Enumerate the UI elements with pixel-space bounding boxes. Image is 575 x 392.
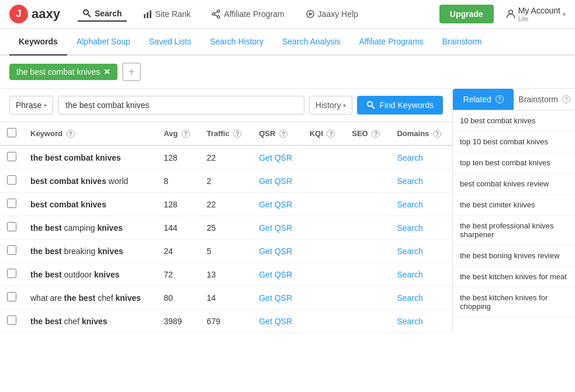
- qsr-cell: Get QSR: [252, 240, 302, 263]
- get-qsr-link[interactable]: Get QSR: [259, 200, 292, 209]
- row-checkbox[interactable]: [7, 222, 16, 231]
- related-item[interactable]: the best professional knives sharpener: [453, 216, 575, 245]
- qsr-info-icon[interactable]: ?: [279, 130, 288, 138]
- tab-related[interactable]: Related ?: [453, 89, 514, 110]
- find-keywords-button[interactable]: Find Keywords: [357, 96, 443, 115]
- seo-info-icon[interactable]: ?: [372, 130, 380, 138]
- table-row: the best outdoor knives7213Get QSRSearch: [0, 263, 452, 286]
- logo[interactable]: J aaxy: [9, 5, 60, 23]
- table-row: the best combat knives12822Get QSRSearch: [0, 145, 452, 169]
- get-qsr-link[interactable]: Get QSR: [259, 293, 292, 303]
- row-checkbox[interactable]: [7, 292, 16, 301]
- add-tag-button[interactable]: +: [122, 63, 141, 81]
- row-checkbox[interactable]: [7, 199, 16, 208]
- traffic-cell: 22: [200, 145, 252, 169]
- keyword-cell: the best breaking knives: [23, 240, 157, 263]
- subnav-keywords[interactable]: Keywords: [9, 29, 67, 55]
- tab-brainstorm[interactable]: Brainstorm ?: [514, 89, 575, 110]
- svg-point-5: [217, 10, 220, 12]
- related-info-icon[interactable]: ?: [496, 95, 504, 103]
- get-qsr-link[interactable]: Get QSR: [259, 223, 292, 233]
- select-all-checkbox[interactable]: [7, 128, 16, 137]
- domains-cell: Search: [390, 240, 452, 263]
- related-item[interactable]: top 10 best combat knives: [453, 131, 575, 152]
- subnav-alphabet-soup[interactable]: Alphabet Soup: [67, 29, 140, 55]
- search-domain-link[interactable]: Search: [397, 247, 422, 256]
- subnav-saved-lists[interactable]: Saved Lists: [140, 29, 200, 55]
- my-account[interactable]: My Account Lite ▾: [505, 6, 566, 22]
- traffic-info-icon[interactable]: ?: [233, 130, 241, 138]
- search-domain-link[interactable]: Search: [397, 153, 422, 162]
- subnav-search-analysis[interactable]: Search Analysis: [273, 29, 350, 55]
- row-checkbox[interactable]: [7, 315, 16, 325]
- domains-info-icon[interactable]: ?: [433, 130, 441, 138]
- domains-cell: Search: [390, 310, 452, 333]
- row-checkbox[interactable]: [7, 175, 16, 185]
- subnav-search-history[interactable]: Search History: [200, 29, 273, 55]
- subnav-affiliate-programs[interactable]: Affiliate Programs: [350, 29, 433, 55]
- row-checkbox[interactable]: [7, 152, 16, 161]
- keyword-cell: best combat knives world: [23, 169, 157, 193]
- keyword-cell: the best chef knives: [23, 310, 157, 333]
- chevron-down-icon: ▾: [563, 11, 566, 18]
- svg-rect-2: [144, 14, 146, 18]
- search-tag[interactable]: the best combat knives ✕: [9, 64, 117, 80]
- related-item[interactable]: 10 best combat knives: [453, 110, 575, 131]
- nav-jaaxy-help[interactable]: Jaaxy Help: [301, 7, 363, 21]
- keyword-info-icon[interactable]: ?: [67, 130, 75, 138]
- kqi-cell: [303, 263, 345, 286]
- search-icon: [82, 9, 92, 18]
- related-item[interactable]: the best kitchen knives for chopping: [453, 287, 575, 317]
- search-domain-link[interactable]: Search: [397, 293, 422, 303]
- get-qsr-link[interactable]: Get QSR: [259, 153, 292, 162]
- row-checkbox[interactable]: [7, 269, 16, 278]
- nav-site-rank[interactable]: Site Rank: [138, 7, 196, 21]
- close-tag-icon[interactable]: ✕: [103, 67, 110, 77]
- get-qsr-link[interactable]: Get QSR: [259, 247, 292, 256]
- user-icon: [505, 9, 516, 19]
- get-qsr-link[interactable]: Get QSR: [259, 176, 292, 186]
- kqi-cell: [303, 169, 345, 193]
- brainstorm-info-icon[interactable]: ?: [562, 95, 570, 103]
- svg-point-7: [212, 13, 214, 15]
- svg-rect-3: [147, 12, 148, 18]
- keyword-search-input[interactable]: [58, 96, 304, 115]
- nav-affiliate-program[interactable]: Affiliate Program: [207, 7, 289, 21]
- th-select-all: [0, 122, 23, 145]
- th-qsr: QSR ?: [252, 122, 302, 145]
- search-domain-link[interactable]: Search: [397, 176, 422, 186]
- row-checkbox[interactable]: [7, 245, 16, 255]
- get-qsr-link[interactable]: Get QSR: [259, 270, 292, 279]
- kqi-info-icon[interactable]: ?: [327, 130, 335, 138]
- related-item[interactable]: the best cimiter knives: [453, 195, 575, 216]
- history-dropdown[interactable]: History ▾: [309, 96, 353, 115]
- right-panel: Related ? Brainstorm ? 10 best combat kn…: [452, 89, 575, 333]
- kqi-cell: [303, 145, 345, 169]
- history-label: History: [316, 100, 341, 110]
- keyword-cell: best combat knives: [23, 193, 157, 216]
- th-keyword: Keyword ?: [23, 122, 157, 145]
- search-domain-link[interactable]: Search: [397, 200, 422, 209]
- nav-search[interactable]: Search: [78, 6, 127, 22]
- svg-point-6: [217, 16, 220, 18]
- get-qsr-link[interactable]: Get QSR: [259, 317, 292, 326]
- related-item[interactable]: the best boning knives review: [453, 245, 575, 266]
- search-tag-area: the best combat knives ✕ +: [0, 55, 575, 89]
- search-domain-link[interactable]: Search: [397, 223, 422, 233]
- search-domain-link[interactable]: Search: [397, 317, 422, 326]
- kqi-cell: [303, 240, 345, 263]
- phrase-label: Phrase: [16, 100, 41, 110]
- related-item[interactable]: top ten best combat knives: [453, 152, 575, 174]
- seo-cell: [345, 310, 390, 333]
- related-item[interactable]: the best kitchen knives for meat: [453, 266, 575, 287]
- traffic-cell: 679: [200, 310, 252, 333]
- phrase-dropdown[interactable]: Phrase ▾: [9, 96, 53, 115]
- search-domain-link[interactable]: Search: [397, 270, 422, 279]
- seo-cell: [345, 216, 390, 240]
- upgrade-button[interactable]: Upgrade: [439, 5, 494, 23]
- avg-info-icon[interactable]: ?: [182, 130, 190, 138]
- svg-rect-4: [150, 11, 151, 18]
- subnav-brainstorm[interactable]: Brainstorm: [433, 29, 491, 55]
- related-item[interactable]: best combat knives review: [453, 174, 575, 195]
- keyword-cell: the best combat knives: [23, 145, 157, 169]
